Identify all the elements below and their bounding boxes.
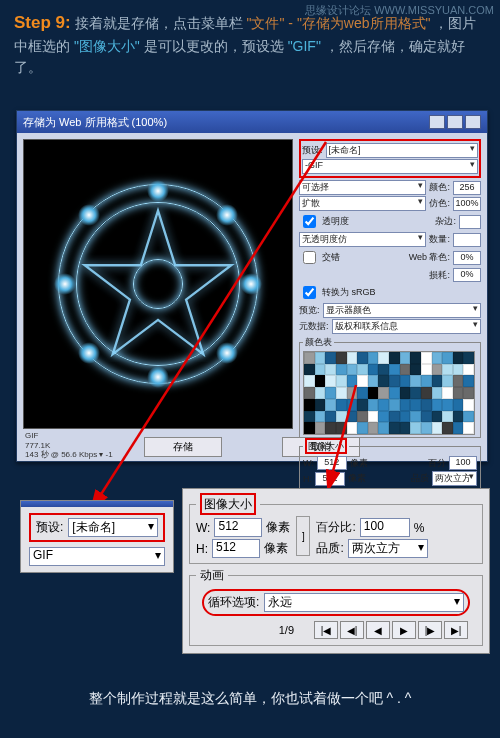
playback-button[interactable]: ◀|	[340, 621, 364, 639]
settings-panel: 预设:[未命名] -GIF 可选择颜色:256 扩散仿色:100% 透明度杂边:…	[299, 139, 481, 447]
diffusion-select[interactable]: 扩散	[299, 196, 426, 211]
magic-circle-star	[80, 206, 236, 362]
srgb-check[interactable]	[303, 286, 316, 299]
zoom-height[interactable]: 512	[212, 539, 260, 558]
quality-select[interactable]: 两次立方	[432, 471, 477, 486]
width-field[interactable]: 512	[317, 456, 347, 470]
format-select[interactable]: -GIF	[302, 159, 478, 174]
step9-instruction: Step 9: 接着就是存储，点击菜单栏 "文件" - "存储为web所用格式"…	[14, 10, 486, 78]
colors-field[interactable]: 256	[453, 181, 481, 195]
minimize-button[interactable]	[429, 115, 445, 129]
trans-dither-select[interactable]: 无透明度仿	[299, 232, 426, 247]
zoom-preset-detail: 预设:[未命名] GIF	[20, 500, 174, 573]
zoom-loop-select[interactable]: 永远	[264, 593, 464, 612]
preview-canvas	[23, 139, 293, 429]
metadata-select[interactable]: 版权和联系信息	[332, 319, 481, 334]
playback-button[interactable]: |◀	[314, 621, 338, 639]
zoom-quality-select[interactable]: 两次立方	[348, 539, 428, 558]
app-title: 存储为 Web 所用格式 (100%)	[23, 115, 167, 130]
preview-select[interactable]: 显示器颜色	[323, 303, 481, 318]
frame-indicator: 1/9	[279, 624, 294, 636]
playback-button[interactable]: ▶	[392, 621, 416, 639]
titlebar: 存储为 Web 所用格式 (100%)	[17, 111, 487, 133]
zoom-width[interactable]: 512	[214, 518, 262, 537]
conclusion-text: 整个制作过程就是这么简单，你也试着做一个吧 ^ . ^	[0, 690, 500, 708]
maximize-button[interactable]	[447, 115, 463, 129]
save-button[interactable]: 存储	[144, 437, 222, 457]
step-label: Step 9:	[14, 13, 71, 32]
zoom-percent[interactable]: 100	[360, 518, 410, 537]
color-swatches	[303, 351, 475, 435]
link-icon[interactable]: ]	[296, 516, 310, 556]
interlace-check[interactable]	[303, 251, 316, 264]
preset-select[interactable]: [未命名]	[326, 143, 478, 158]
dither-field[interactable]: 100%	[453, 197, 481, 211]
zoom-imagesize-detail: 图像大小 W:512像素 H:512像素 ] 百分比:100% 品质:两次立方 …	[182, 488, 490, 654]
zoom-format-select[interactable]: GIF	[29, 547, 165, 566]
save-for-web-window: 存储为 Web 所用格式 (100%) GIF 777.1K 143 秒 @ 5…	[16, 110, 488, 462]
selective-select[interactable]: 可选择	[299, 180, 426, 195]
zoom-preset-select[interactable]: [未命名]	[68, 518, 158, 537]
image-size-section: 图像大小 W:512像素百分100 H:512像素品质两次立方	[299, 440, 481, 490]
playback-button[interactable]: ◀	[366, 621, 390, 639]
playback-button[interactable]: ▶|	[444, 621, 468, 639]
transparency-check[interactable]	[303, 215, 316, 228]
playback-button[interactable]: |▶	[418, 621, 442, 639]
svg-marker-0	[85, 211, 232, 355]
color-table: 颜色表	[299, 336, 481, 438]
height-field[interactable]: 512	[315, 472, 345, 486]
close-button[interactable]	[465, 115, 481, 129]
